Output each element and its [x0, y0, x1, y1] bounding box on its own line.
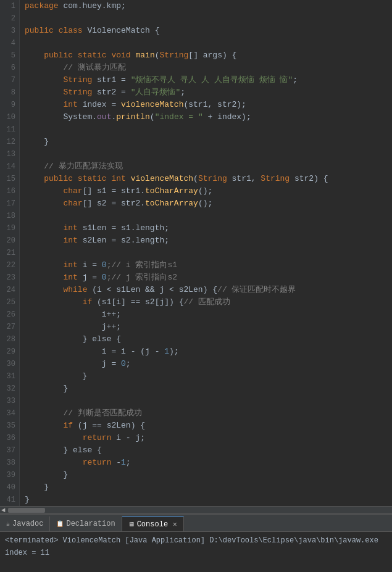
code-line-13 — [25, 148, 392, 160]
line-number-39: 39 — [0, 469, 15, 481]
scrollbar-track[interactable] — [8, 508, 391, 513]
line-number-24: 24 — [0, 284, 15, 296]
code-content[interactable]: package com.huey.kmp; public class Viole… — [20, 0, 392, 506]
bottom-panel: ☕Javadoc📋Declaration🖥Console✕ <terminate… — [0, 513, 392, 572]
line-number-26: 26 — [0, 309, 15, 321]
code-line-26: i++; — [25, 309, 392, 321]
line-number-22: 22 — [0, 259, 15, 271]
line-number-32: 32 — [0, 383, 15, 395]
scrollbar-thumb[interactable] — [8, 508, 45, 513]
line-number-5: 5 — [0, 49, 15, 62]
line-number-7: 7 — [0, 74, 15, 86]
editor-container: 1234567891011121314151617181920212223242… — [0, 0, 392, 572]
line-number-6: 6 — [0, 62, 15, 74]
scroll-left-arrow[interactable]: ◄ — [1, 507, 6, 514]
code-line-35: if (j == s2Len) { — [25, 420, 392, 432]
line-number-4: 4 — [0, 37, 15, 49]
code-line-24: while (i < s1Len && j < s2Len) {// 保证匹配时… — [25, 284, 392, 296]
code-line-2 — [25, 12, 392, 25]
code-line-32: } — [25, 383, 392, 395]
code-line-34: // 判断是否匹配成功 — [25, 407, 392, 420]
line-number-16: 16 — [0, 185, 15, 197]
code-line-39: } — [25, 469, 392, 481]
horizontal-scrollbar[interactable]: ◄ — [0, 506, 392, 513]
line-number-20: 20 — [0, 234, 15, 247]
tab-icon-javadoc: ☕ — [6, 520, 10, 528]
code-line-9: int index = violenceMatch(str1, str2); — [25, 99, 392, 111]
code-line-11 — [25, 123, 392, 136]
tab-label-console: Console — [137, 520, 168, 529]
code-line-15: public static int violenceMatch(String s… — [25, 173, 392, 185]
line-number-29: 29 — [0, 346, 15, 358]
code-line-22: int i = 0;// i 索引指向s1 — [25, 259, 392, 271]
code-line-41: } — [25, 494, 392, 506]
line-number-2: 2 — [0, 12, 15, 25]
line-number-10: 10 — [0, 111, 15, 123]
line-number-37: 37 — [0, 444, 15, 457]
console-terminated-line: <terminated> ViolenceMatch [Java Applica… — [5, 534, 387, 547]
line-number-12: 12 — [0, 136, 15, 148]
tab-console[interactable]: 🖥Console✕ — [122, 516, 184, 531]
code-line-16: char[] s1 = str1.toCharArray(); — [25, 185, 392, 197]
line-number-1: 1 — [0, 0, 15, 12]
line-number-27: 27 — [0, 321, 15, 333]
tab-label-declaration: Declaration — [66, 520, 115, 528]
code-line-10: System.out.println("index = " + index); — [25, 111, 392, 123]
code-line-3: public class ViolenceMatch { — [25, 25, 392, 37]
code-line-36: return i - j; — [25, 432, 392, 444]
code-editor[interactable]: 1234567891011121314151617181920212223242… — [0, 0, 392, 506]
code-line-29: i = i - (j - 1); — [25, 346, 392, 358]
tab-icon-console: 🖥 — [128, 521, 135, 528]
code-line-20: int s2Len = s2.length; — [25, 234, 392, 247]
line-number-18: 18 — [0, 210, 15, 222]
code-line-28: } else { — [25, 333, 392, 346]
line-number-40: 40 — [0, 481, 15, 494]
line-number-8: 8 — [0, 86, 15, 99]
code-line-19: int s1Len = s1.length; — [25, 222, 392, 234]
code-line-30: j = 0; — [25, 358, 392, 370]
code-line-31: } — [25, 370, 392, 383]
line-number-23: 23 — [0, 271, 15, 284]
line-number-41: 41 — [0, 494, 15, 506]
code-line-33 — [25, 395, 392, 407]
console-content: <terminated> ViolenceMatch [Java Applica… — [0, 532, 392, 572]
line-number-14: 14 — [0, 160, 15, 173]
tab-declaration[interactable]: 📋Declaration — [50, 516, 122, 531]
line-number-35: 35 — [0, 420, 15, 432]
code-line-8: String str2 = "人自寻烦恼"; — [25, 86, 392, 99]
line-number-30: 30 — [0, 358, 15, 370]
line-number-15: 15 — [0, 173, 15, 185]
code-line-37: } else { — [25, 444, 392, 457]
code-line-38: return -1; — [25, 457, 392, 469]
code-line-21 — [25, 247, 392, 259]
code-line-17: char[] s2 = str2.toCharArray(); — [25, 197, 392, 210]
code-line-27: j++; — [25, 321, 392, 333]
line-number-19: 19 — [0, 222, 15, 234]
line-number-13: 13 — [0, 148, 15, 160]
code-line-4 — [25, 37, 392, 49]
line-number-33: 33 — [0, 395, 15, 407]
code-line-14: // 暴力匹配算法实现 — [25, 160, 392, 173]
line-number-11: 11 — [0, 123, 15, 136]
line-number-25: 25 — [0, 296, 15, 309]
code-line-1: package com.huey.kmp; — [25, 0, 392, 12]
code-line-7: String str1 = "烦恼不寻人 寻人 人 人自寻烦恼 烦恼 恼"; — [25, 74, 392, 86]
code-line-25: if (s1[i] == s2[j]) {// 匹配成功 — [25, 296, 392, 309]
line-number-31: 31 — [0, 370, 15, 383]
line-number-36: 36 — [0, 432, 15, 444]
code-line-5: public static void main(String[] args) { — [25, 49, 392, 62]
code-line-23: int j = 0;// j 索引指向s2 — [25, 271, 392, 284]
line-number-3: 3 — [0, 25, 15, 37]
tab-close-console[interactable]: ✕ — [173, 520, 177, 528]
line-number-38: 38 — [0, 457, 15, 469]
line-number-9: 9 — [0, 99, 15, 111]
line-number-21: 21 — [0, 247, 15, 259]
code-line-40: } — [25, 481, 392, 494]
tab-label-javadoc: Javadoc — [12, 520, 43, 528]
line-number-28: 28 — [0, 333, 15, 346]
tab-javadoc[interactable]: ☕Javadoc — [0, 516, 50, 531]
code-line-18 — [25, 210, 392, 222]
line-number-17: 17 — [0, 197, 15, 210]
tabs-bar: ☕Javadoc📋Declaration🖥Console✕ — [0, 515, 392, 532]
line-number-34: 34 — [0, 407, 15, 420]
